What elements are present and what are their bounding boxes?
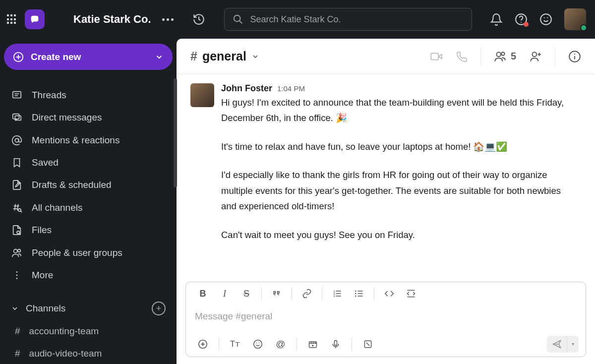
message-author[interactable]: John Foster [221, 83, 272, 94]
at-icon [11, 135, 23, 146]
create-new-button[interactable]: Create new [4, 44, 173, 70]
code-button[interactable] [379, 285, 399, 303]
svg-point-3 [521, 22, 522, 23]
svg-point-4 [540, 14, 551, 25]
nav-saved[interactable]: Saved [4, 152, 173, 173]
svg-line-68 [366, 342, 370, 346]
add-member-icon[interactable] [529, 50, 542, 63]
svg-point-27 [16, 275, 18, 276]
nav-drafts[interactable]: Drafts & scheduled [4, 175, 173, 195]
divider [261, 287, 262, 300]
nav-files[interactable]: Files [4, 220, 173, 241]
nav-threads[interactable]: Threads [4, 85, 173, 105]
quote-button[interactable] [267, 285, 287, 303]
bookmark-icon [11, 157, 23, 168]
nav-more[interactable]: More [4, 265, 173, 285]
svg-rect-13 [13, 114, 19, 119]
shortcuts-button[interactable] [358, 335, 378, 353]
workspace-name[interactable]: Katie Stark Co. [73, 13, 151, 26]
bullet-list-button[interactable] [349, 285, 369, 303]
message-paragraph: Hi guys! I'm excited to announce that th… [221, 95, 576, 126]
help-icon[interactable] [515, 13, 528, 26]
message-composer: B I S 123 Message #general Tᴛ @ [185, 282, 586, 357]
divider [555, 47, 555, 66]
svg-point-48 [355, 291, 357, 292]
formatting-toggle-button[interactable]: Tᴛ [225, 335, 245, 353]
svg-point-5 [544, 17, 545, 18]
hash-icon: # [15, 326, 20, 337]
more-vertical-icon [11, 270, 23, 281]
divider [374, 287, 374, 300]
svg-line-1 [239, 21, 242, 24]
italic-button[interactable]: I [215, 285, 235, 303]
divider [219, 338, 219, 351]
message-time: 1:04 PM [277, 84, 305, 93]
svg-point-24 [14, 249, 17, 252]
sidebar-scrollbar[interactable] [174, 78, 177, 187]
presence-indicator [580, 24, 587, 31]
audio-clip-button[interactable] [326, 335, 346, 353]
nav-people[interactable]: People & user groups [4, 243, 173, 263]
chevron-down-icon [11, 304, 19, 312]
chevron-down-icon [251, 53, 259, 61]
message-paragraph: It's time to relax and have fun, so leav… [221, 139, 576, 154]
emoji-button[interactable] [248, 335, 268, 353]
channels-section-header[interactable]: Channels + [4, 299, 173, 319]
workspace-more-icon[interactable] [162, 18, 174, 21]
message-paragraph: I'd especially like to thank the girls f… [221, 167, 576, 214]
attach-button[interactable] [193, 335, 213, 353]
notifications-icon[interactable] [490, 13, 503, 26]
svg-rect-29 [431, 53, 438, 60]
hash-icon: # [15, 348, 20, 359]
svg-point-28 [16, 278, 18, 279]
svg-point-26 [16, 271, 18, 273]
channel-audio-video-team[interactable]: #audio-video-team [4, 344, 173, 364]
notification-dot [524, 22, 529, 27]
divider [297, 338, 297, 351]
svg-marker-64 [312, 344, 314, 346]
search-input[interactable]: Search Katie Stark Co. [224, 8, 472, 31]
nav-mentions[interactable]: Mentions & reactions [4, 130, 173, 150]
video-call-icon[interactable] [430, 50, 443, 63]
user-avatar[interactable] [564, 8, 586, 30]
svg-line-21 [20, 211, 22, 212]
code-block-button[interactable] [401, 285, 421, 303]
svg-point-56 [254, 340, 262, 348]
channel-info-icon[interactable] [568, 50, 581, 63]
phone-call-icon[interactable] [456, 51, 468, 62]
send-options-button[interactable]: ▾ [567, 336, 579, 353]
history-icon[interactable] [192, 13, 205, 26]
svg-text:3: 3 [334, 295, 335, 298]
svg-point-50 [355, 296, 357, 297]
nav-direct-messages[interactable]: Direct messages [4, 108, 173, 128]
member-count[interactable]: 5 [494, 50, 516, 63]
message-paragraph: Can't wait to meet you guys! See you on … [221, 227, 576, 243]
hash-icon: # [190, 49, 197, 63]
video-clip-button[interactable] [303, 335, 323, 353]
drafts-icon [11, 180, 23, 190]
add-channel-button[interactable]: + [152, 302, 166, 315]
svg-rect-65 [335, 340, 337, 345]
mention-button[interactable]: @ [271, 335, 291, 353]
compose-input[interactable]: Message #general [186, 305, 586, 331]
app-grid-icon[interactable] [6, 13, 18, 25]
emoji-icon[interactable] [539, 13, 552, 26]
svg-point-15 [15, 138, 18, 142]
bold-button[interactable]: B [193, 285, 213, 303]
svg-point-6 [547, 17, 548, 18]
strike-button[interactable]: S [237, 285, 256, 303]
message-avatar[interactable] [190, 83, 214, 107]
channel-accounting-team[interactable]: #accounting-team [4, 321, 173, 341]
dm-icon [11, 112, 23, 123]
link-button[interactable] [297, 285, 317, 303]
svg-point-33 [533, 52, 537, 57]
nav-all-channels[interactable]: All channels [4, 197, 173, 218]
ordered-list-button[interactable]: 123 [327, 285, 347, 303]
threads-icon [11, 90, 23, 101]
send-button[interactable] [547, 339, 567, 349]
people-icon [11, 247, 23, 258]
svg-point-58 [259, 342, 260, 343]
workspace-logo[interactable] [25, 9, 45, 29]
channel-title[interactable]: # general [190, 49, 259, 63]
divider [322, 287, 322, 300]
